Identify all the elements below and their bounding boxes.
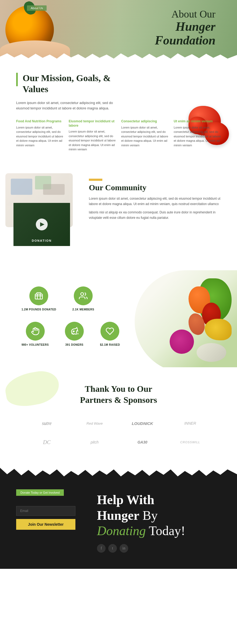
mission-section: Our Mission, Goals, &Values Lorem ipsum … (0, 59, 237, 162)
hero-title: About Our Hunger Foundation (155, 8, 215, 47)
hero-section: About Us About Our Hunger Foundation (0, 0, 237, 59)
stat-doners: 391 DONERS (65, 322, 84, 346)
cta-hunger: Hunger (97, 508, 139, 522)
stat-doners-label: 391 DONERS (65, 343, 83, 346)
play-button[interactable] (36, 219, 48, 230)
video-label: DONATION (32, 239, 52, 242)
about-us-badge: About Us (27, 5, 47, 11)
instagram-icon[interactable]: in (120, 544, 128, 553)
stat-icon-heart-hand (65, 322, 84, 341)
cta-line1: Help With (97, 493, 154, 507)
package-icon (34, 292, 43, 300)
partners-section: Thank You to OurPartners & Sponsors sutr… (0, 367, 237, 462)
dark-top-tear (0, 468, 237, 479)
partners-logos-grid: sutre Red Wave LOUDNICK INNER DC pitch G… (27, 417, 210, 449)
stat-icon-hand (26, 322, 45, 341)
mission-card-2: Eiusmod tempor incididunt ut labore Lore… (69, 119, 116, 152)
community-text-1: Lorem ipsum dolor sit amet, consectetur … (89, 196, 221, 207)
twitter-icon[interactable]: t (108, 544, 117, 553)
partner-logo-8: CROSSWILL (170, 435, 210, 449)
people-icon (79, 292, 88, 300)
community-accent-bar (89, 179, 102, 181)
stat-members: 2.1K MEMBERS (72, 286, 94, 311)
mission-card-2-text: Lorem ipsum dolor sit amet, consectetur … (69, 129, 116, 152)
mission-card-1: Food And Nutrition Programs Lorem ipsum … (16, 119, 63, 152)
donate-badge: Donate Today or Get Involved (16, 489, 64, 496)
partner-logo-6: pitch (75, 435, 115, 449)
hand-icon (31, 327, 40, 335)
mission-cards-grid: Food And Nutrition Programs Lorem ipsum … (16, 119, 221, 152)
heart-hand-icon (70, 327, 79, 335)
facebook-icon[interactable]: f (97, 544, 106, 553)
mission-card-3-title: Consectetur adipiscing (121, 119, 168, 124)
stat-members-label: 2.1K MEMBERS (72, 308, 94, 311)
stat-pounds-label: 1.2M POUNDS DONATED (22, 308, 56, 311)
stat-raised-label: $2.1M RAISED (100, 343, 120, 346)
stat-icon-heart (100, 322, 119, 341)
community-right-content: Our Community Lorem ipsum dolor sit amet… (81, 173, 237, 259)
cta-today: Today! (146, 524, 185, 538)
svg-rect-0 (35, 294, 43, 299)
stat-icon-package (29, 286, 48, 305)
donation-video[interactable]: DONATION (13, 203, 70, 246)
mission-description: Lorem ipsum dolor sit amet, consectetur … (16, 100, 119, 112)
stat-volunteers: 980+ VOLUNTEERS (22, 322, 49, 346)
dark-content: Donate Today or Get Involved Join Our Ne… (0, 479, 237, 569)
cta-by: By (139, 508, 158, 522)
stat-pounds-donated: 1.2M POUNDS DONATED (22, 286, 56, 311)
mission-card-4-text: Lorem ipsum dolor sit amet, consectetur … (174, 125, 221, 148)
mission-card-3: Consectetur adipiscing Lorem ipsum dolor… (121, 119, 168, 152)
community-left-media: DONATION (0, 173, 81, 259)
heart-icon (106, 327, 114, 335)
mission-title: Our Mission, Goals, &Values (23, 73, 111, 95)
social-icons: f t in (97, 544, 221, 553)
mission-card-4: Ut enim ad minim veniam Lorem ipsum dolo… (174, 119, 221, 152)
community-title: Our Community (89, 183, 221, 192)
mission-card-1-title: Food And Nutrition Programs (16, 119, 63, 124)
stat-raised: $2.1M RAISED (100, 322, 120, 346)
partner-logo-3: LOUDNICK (123, 417, 162, 430)
stat-icon-people (74, 286, 93, 305)
partner-logo-1: sutre (27, 417, 67, 430)
dark-cta-section: Donate Today or Get Involved Join Our Ne… (0, 468, 237, 569)
newsletter-form: Donate Today or Get Involved Join Our Ne… (16, 489, 86, 530)
partner-logo-7: GA30 (123, 435, 162, 449)
mission-card-2-title: Eiusmod tempor incididunt ut labore (69, 119, 116, 128)
mission-card-3-text: Lorem ipsum dolor sit amet, consectetur … (121, 125, 168, 148)
partner-logo-4: INNER (170, 417, 210, 430)
stats-veg-decoration (124, 270, 237, 367)
mission-accent-bar (16, 73, 18, 86)
newsletter-button[interactable]: Join Our Newsletter (16, 519, 75, 530)
cta-text-block: Help With Hunger By Donating Today! f t … (97, 489, 221, 553)
partner-logo-5: DC (27, 435, 67, 449)
mission-card-1-text: Lorem ipsum dolor sit amet, consectetur … (16, 125, 63, 148)
svg-point-2 (81, 293, 84, 296)
community-section: DONATION Our Community Lorem ipsum dolor… (0, 173, 237, 259)
partner-logo-2: Red Wave (75, 417, 115, 430)
stats-section: 1.2M POUNDS DONATED 2.1K MEMBERS (0, 270, 237, 367)
cta-title: Help With Hunger By Donating Today! (97, 492, 221, 539)
email-input[interactable] (16, 506, 75, 516)
cta-donating: Donating (97, 524, 146, 538)
community-text-2: laboris nisi ut aliquip ex ea commodo co… (89, 210, 221, 221)
stat-volunteers-label: 980+ VOLUNTEERS (22, 343, 49, 346)
mission-card-4-title: Ut enim ad minim veniam (174, 119, 221, 124)
spacer (0, 462, 237, 468)
